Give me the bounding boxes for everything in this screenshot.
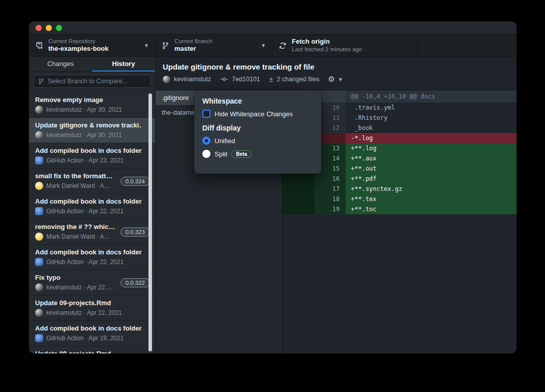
commit-meta: kevinamstutz · Apr 30, 2021 xyxy=(46,106,122,113)
commit-title: Add compiled book in docs folder. xyxy=(35,198,142,205)
hide-whitespace-checkbox[interactable] xyxy=(202,110,210,118)
avatar xyxy=(35,233,43,241)
current-branch-label: Current Branch xyxy=(174,38,257,45)
avatar xyxy=(35,131,43,139)
commit-title: Remove empty image xyxy=(35,96,142,104)
tab-history[interactable]: History xyxy=(92,57,155,72)
avatar xyxy=(35,182,43,190)
repo-icon xyxy=(35,42,43,50)
current-branch-button[interactable]: Current Branch master ▼ xyxy=(156,35,272,56)
close-window-button[interactable] xyxy=(36,25,42,31)
diff-line-added: 18 +**.tex xyxy=(283,194,517,204)
unified-option[interactable]: Unified xyxy=(202,137,313,145)
current-repository-button[interactable]: Current Repository the-examples-book ▼ xyxy=(29,35,156,56)
desktop-background: Current Repository the-examples-book ▼ C… xyxy=(0,0,545,392)
diff-options-popover: Whitespace Hide Whitespace Changes Diff … xyxy=(194,90,321,174)
commit-list-scrollbar[interactable] xyxy=(148,93,152,351)
current-repository-value: the-examples-book xyxy=(48,45,140,53)
commit-meta: kevinamstutz · Apr 30, 2021 xyxy=(46,132,122,139)
avatar xyxy=(35,106,43,114)
unified-label: Unified xyxy=(215,137,235,145)
version-badge: 0.0.324 xyxy=(120,177,150,186)
commit-author: kevinamstutz xyxy=(174,76,211,83)
commit-title: Update 09-projects.Rmd xyxy=(35,299,142,307)
commit-list-item[interactable]: removing the # ?? whic… Mark Daniel Ward… xyxy=(29,219,155,245)
chevron-down-icon: ▼ xyxy=(338,77,343,82)
minimize-window-button[interactable] xyxy=(46,25,52,31)
commit-title: Update gitignore & remove tracki… xyxy=(35,121,142,129)
version-badge: 0.0.322 xyxy=(120,278,150,287)
diff-modified-icon: ± xyxy=(269,75,274,83)
commit-meta: kevinamstutz · Apr 22… xyxy=(46,284,111,291)
commit-list-item[interactable]: Update 09-projects.Rmd kevinamstutz · Ap… xyxy=(29,296,155,321)
commit-title: Add compiled book in docs folder. xyxy=(35,147,142,154)
diff-line-added: 17 +**.synctex.gz xyxy=(283,184,517,194)
commit-list-item[interactable]: Update 09-projects.Rmd xyxy=(29,346,155,353)
commit-meta: Mark Daniel Ward · A… xyxy=(46,233,110,240)
current-branch-value: master xyxy=(174,45,257,53)
diff-line-added: 16 +**.pdf xyxy=(283,174,517,184)
commit-list: Remove empty image kevinamstutz · Apr 30… xyxy=(29,90,155,353)
whitespace-heading: Whitespace xyxy=(202,97,313,105)
avatar xyxy=(35,207,43,215)
commit-list-item[interactable]: Add compiled book in docs folder. GitHub… xyxy=(29,194,155,219)
commit-list-item[interactable]: Add compiled book in docs folder. GitHub… xyxy=(29,321,155,346)
split-label: Split xyxy=(215,150,227,158)
commit-list-item[interactable]: Add compiled book in docs folder. GitHub… xyxy=(29,245,155,270)
chevron-down-icon: ▼ xyxy=(261,43,266,48)
commit-meta: GitHub Action · Apr 22, 2021 xyxy=(46,208,124,215)
commit-meta: GitHub Action · Apr 19, 2021 xyxy=(46,335,124,342)
commit-meta: kevinamstutz · Apr 22, 2021 xyxy=(46,309,122,316)
commit-list-item[interactable]: small fix to the formatt… Mark Daniel Wa… xyxy=(29,169,155,194)
sync-icon xyxy=(279,42,287,50)
commit-list-item[interactable]: Add compiled book in docs folder. GitHub… xyxy=(29,143,155,169)
commit-title: Add compiled book in docs folder. xyxy=(35,324,142,332)
git-branch-icon xyxy=(162,42,169,50)
split-option[interactable]: Split Beta xyxy=(202,150,313,158)
commit-title: Update 09-projects.Rmd xyxy=(35,350,142,353)
version-badge: 0.0.323 xyxy=(120,227,150,237)
fetch-origin-label: Fetch origin xyxy=(292,38,411,46)
avatar xyxy=(35,156,43,165)
git-commit-icon xyxy=(220,76,228,83)
toolbar-spacer xyxy=(418,35,517,56)
commit-summary-title: Update gitignore & remove tracking of fi… xyxy=(163,62,509,71)
changed-files-count: 2 changed files xyxy=(277,76,319,83)
tab-changes[interactable]: Changes xyxy=(29,57,92,72)
git-branch-icon xyxy=(38,78,44,85)
commit-header: Update gitignore & remove tracking of fi… xyxy=(156,57,517,90)
avatar xyxy=(35,283,43,291)
fetch-origin-detail: Last fetched 2 minutes ago xyxy=(292,46,411,53)
avatar xyxy=(35,309,43,317)
zoom-window-button[interactable] xyxy=(56,25,62,31)
sidebar-tabs: Changes History xyxy=(29,57,155,72)
avatar xyxy=(35,334,43,342)
chevron-down-icon: ▼ xyxy=(144,43,149,48)
split-radio[interactable] xyxy=(202,150,210,158)
sidebar: Changes History Select Branch to Compare… xyxy=(29,57,156,353)
app-window: Current Repository the-examples-book ▼ C… xyxy=(29,21,517,353)
branch-compare-row: Select Branch to Compare... xyxy=(29,72,155,90)
beta-badge: Beta xyxy=(231,150,252,158)
commit-meta: GitHub Action · Apr 23, 2021 xyxy=(46,157,124,164)
commit-list-item[interactable]: Fix typo kevinamstutz · Apr 22… 0.0.322 xyxy=(29,270,155,296)
title-bar xyxy=(29,21,517,35)
commit-list-item-selected[interactable]: Update gitignore & remove tracki… kevina… xyxy=(29,118,155,143)
select-branch-to-compare-input[interactable]: Select Branch to Compare... xyxy=(33,75,151,88)
avatar xyxy=(163,76,170,83)
avatar xyxy=(35,258,43,266)
commit-meta: Mark Daniel Ward · A… xyxy=(46,182,110,189)
diff-line-added: 19 +**.toc xyxy=(283,204,517,214)
hide-whitespace-label: Hide Whitespace Changes xyxy=(215,110,293,118)
hide-whitespace-option[interactable]: Hide Whitespace Changes xyxy=(202,110,313,118)
commit-list-item[interactable]: Remove empty image kevinamstutz · Apr 30… xyxy=(29,92,155,118)
unified-radio[interactable] xyxy=(202,137,210,145)
commit-title: Add compiled book in docs folder. xyxy=(35,248,142,256)
diff-display-heading: Diff display xyxy=(202,124,313,132)
commit-meta: GitHub Action · Apr 22, 2021 xyxy=(46,258,124,266)
commit-sha[interactable]: 7ed10101 xyxy=(232,76,260,83)
gear-icon: ⚙ xyxy=(328,75,335,84)
fetch-origin-button[interactable]: Fetch origin Last fetched 2 minutes ago xyxy=(272,35,418,56)
select-branch-placeholder: Select Branch to Compare... xyxy=(48,78,128,85)
diff-options-button[interactable]: ⚙ ▼ xyxy=(328,75,343,84)
